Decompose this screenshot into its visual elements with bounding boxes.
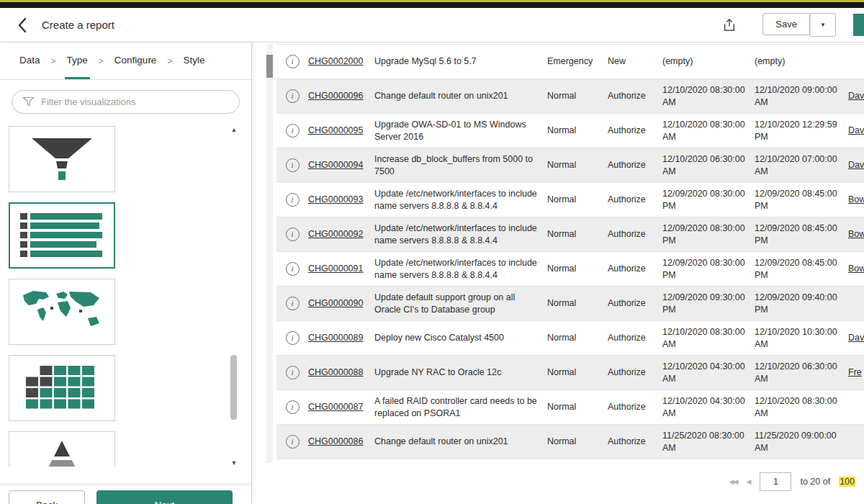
info-icon[interactable]: i (286, 400, 300, 414)
state-cell: Authorize (608, 436, 662, 448)
change-number-link[interactable]: CHG0002000 (308, 55, 374, 68)
change-number-link[interactable]: CHG0000094 (308, 159, 374, 171)
change-number-link[interactable]: CHG0000090 (308, 297, 374, 310)
table-row[interactable]: i CHG0000094 Increase db_block_buffers f… (276, 148, 864, 183)
page-range-label: to 20 of (800, 477, 830, 487)
change-number-link[interactable]: CHG0000092 (308, 228, 374, 240)
step-separator-icon: > (167, 42, 172, 79)
info-icon[interactable]: i (286, 297, 300, 310)
back-button[interactable] (12, 14, 33, 36)
tab-type[interactable]: Type (65, 42, 90, 79)
scroll-up-icon[interactable]: ▲ (230, 126, 238, 133)
info-icon[interactable]: i (286, 262, 300, 276)
viz-card-world-map[interactable] (9, 279, 115, 345)
priority-cell: Normal (547, 228, 608, 240)
scroll-down-icon[interactable]: ▼ (230, 459, 238, 467)
heatmap-chart-icon (26, 366, 98, 410)
pagination: ◀◀ ◀ to 20 of 100 (729, 472, 855, 491)
assigned-to-link[interactable]: Dav (848, 125, 864, 137)
change-number-link[interactable]: CHG0000095 (308, 125, 374, 137)
table-row[interactable]: i CHG0000090 Update default support grou… (276, 287, 864, 321)
visualization-list (0, 126, 252, 467)
assigned-to-link[interactable]: Bow (848, 263, 864, 275)
report-type-panel: Data > Type > Configure > Style (0, 42, 252, 504)
tab-configure[interactable]: Configure (112, 42, 159, 79)
previous-page-button[interactable]: ◀ (747, 478, 752, 485)
table-row[interactable]: i CHG0000088 Upgrade NY RAC to Oracle 12… (276, 356, 864, 390)
table-scrollbar[interactable] (266, 44, 273, 463)
table-row[interactable]: i CHG0000093 Update /etc/network/interfa… (276, 183, 864, 217)
info-icon[interactable]: i (286, 55, 300, 68)
assigned-to-link[interactable]: Dav (848, 332, 864, 344)
start-date-cell: 12/10/2020 08:30:00 AM (662, 119, 755, 143)
share-button[interactable] (718, 14, 741, 37)
table-row[interactable]: i CHG0002000 Upgrade MySql 5.6 to 5.7 Em… (276, 45, 864, 79)
assigned-to-link[interactable]: Bow (848, 194, 864, 206)
short-description-cell: Upgrade NY RAC to Oracle 12c (374, 366, 547, 379)
save-button[interactable]: Save (762, 13, 810, 35)
change-number-link[interactable]: CHG0000096 (308, 90, 374, 102)
visualization-scrollbar[interactable]: ▲ ▼ (230, 126, 238, 467)
viz-card-bar-list[interactable] (9, 202, 115, 269)
report-preview-table: i CHG0002000 Upgrade MySql 5.6 to 5.7 Em… (266, 42, 864, 474)
bar-list-chart-icon (20, 212, 104, 259)
priority-cell: Normal (547, 90, 608, 102)
change-number-link[interactable]: CHG0000089 (308, 332, 374, 344)
scrollbar-thumb[interactable] (230, 355, 237, 420)
page-number-input[interactable] (760, 472, 791, 491)
table-row[interactable]: i CHG0000089 Deploy new Cisco Catalyst 4… (276, 321, 864, 356)
short-description-cell: A failed RAID controller card needs to b… (374, 395, 547, 420)
info-icon[interactable]: i (286, 193, 300, 207)
assigned-to-link[interactable]: Fre (848, 366, 864, 379)
info-icon[interactable]: i (286, 366, 300, 379)
table-row[interactable]: i CHG0000087 A failed RAID controller ca… (276, 390, 864, 425)
short-description-cell: Change default router on unix201 (374, 436, 547, 448)
table-scrollbar-thumb[interactable] (266, 55, 273, 78)
table-row[interactable]: i CHG0000091 Update /etc/network/interfa… (276, 252, 864, 287)
end-date-cell: 12/10/2020 07:00:00 AM (755, 153, 848, 178)
assigned-to-link[interactable]: Dav (848, 159, 864, 171)
info-icon[interactable]: i (286, 228, 300, 241)
next-step-button[interactable]: Next (96, 490, 233, 504)
tab-style[interactable]: Style (181, 42, 207, 79)
short-description-cell: Increase db_block_buffers from 5000 to 7… (374, 153, 547, 178)
end-date-cell: 12/09/2020 09:40:00 PM (755, 292, 848, 316)
start-date-cell: 12/10/2020 08:30:00 AM (662, 326, 755, 351)
assigned-to-link[interactable]: Dav (848, 90, 864, 102)
table-row[interactable]: i CHG0000086 Change default router on un… (276, 425, 864, 459)
priority-cell: Normal (547, 366, 608, 379)
header-corner-accent (853, 14, 864, 36)
page-title: Create a report (42, 19, 114, 31)
back-step-button[interactable]: Back (9, 490, 85, 504)
state-cell: Authorize (608, 125, 662, 137)
total-count-highlighted: 100 (839, 477, 855, 487)
info-icon[interactable]: i (286, 89, 300, 103)
visualization-filter-input[interactable] (12, 90, 240, 114)
short-description-cell: Upgrade MySql 5.6 to 5.7 (374, 55, 547, 68)
first-page-button[interactable]: ◀◀ (729, 478, 738, 485)
info-icon[interactable]: i (286, 158, 300, 172)
priority-cell: Normal (547, 297, 608, 310)
table-row[interactable]: i CHG0000095 Upgrade OWA-SD-01 to MS Win… (276, 114, 864, 148)
info-icon[interactable]: i (286, 435, 300, 449)
change-number-link[interactable]: CHG0000086 (308, 436, 374, 448)
viz-card-heatmap[interactable] (9, 355, 115, 421)
change-number-link[interactable]: CHG0000093 (308, 194, 374, 206)
change-number-link[interactable]: CHG0000088 (308, 366, 374, 379)
save-dropdown-button[interactable]: ▼ (810, 13, 836, 37)
table-row[interactable]: i CHG0000092 Update /etc/network/interfa… (276, 217, 864, 252)
change-number-link[interactable]: CHG0000091 (308, 263, 374, 275)
assigned-to-link[interactable]: Bow (848, 228, 864, 240)
wizard-steps: Data > Type > Configure > Style (0, 42, 251, 80)
info-icon[interactable]: i (286, 124, 300, 138)
start-date-cell: 12/10/2020 08:30:00 AM (662, 84, 755, 109)
viz-card-pyramid[interactable] (9, 431, 115, 467)
table-row[interactable]: i CHG0000096 Change default router on un… (276, 79, 864, 114)
pyramid-chart-icon (26, 439, 98, 467)
state-cell: Authorize (608, 366, 662, 379)
viz-card-funnel[interactable] (9, 126, 115, 192)
tab-data[interactable]: Data (17, 42, 42, 79)
end-date-cell: 12/10/2020 10:30:00 AM (755, 326, 848, 351)
info-icon[interactable]: i (286, 331, 300, 345)
change-number-link[interactable]: CHG0000087 (308, 401, 374, 413)
